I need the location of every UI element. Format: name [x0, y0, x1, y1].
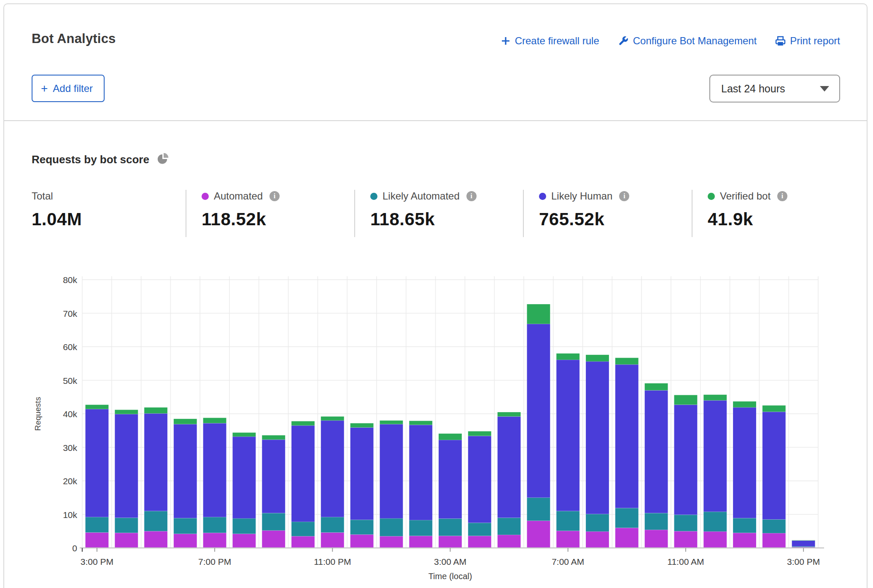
verified-bot-dot: [708, 193, 715, 200]
stat-likely-automated-label: Likely Automated: [383, 190, 460, 202]
svg-text:3:00 AM: 3:00 AM: [434, 557, 466, 566]
svg-text:30k: 30k: [63, 443, 77, 453]
stat-divider: [692, 190, 692, 237]
stat-likely-human-value: 765.52k: [539, 209, 629, 229]
svg-text:11:00 AM: 11:00 AM: [667, 557, 704, 566]
header-divider: [4, 120, 867, 121]
page-title: Bot Analytics: [32, 31, 116, 46]
stat-divider: [354, 190, 355, 237]
svg-text:3:00 PM: 3:00 PM: [787, 557, 820, 566]
svg-text:40k: 40k: [63, 409, 77, 419]
svg-text:20k: 20k: [63, 476, 77, 486]
chevron-down-icon: [820, 86, 829, 92]
print-report-link[interactable]: Print report: [775, 35, 840, 47]
stat-likely-human: Likely Human i 765.52k: [539, 189, 629, 229]
stat-likely-automated-value: 118.65k: [370, 209, 477, 229]
stat-automated-label: Automated: [214, 190, 263, 202]
wrench-icon: [618, 35, 629, 46]
info-icon[interactable]: i: [466, 191, 477, 201]
requests-by-bot-score-chart[interactable]: 010k20k30k40k50k60k70k80kRequests3:00 PM…: [0, 259, 873, 588]
svg-text:50k: 50k: [63, 376, 77, 386]
bot-analytics-page: Bot Analytics Create firewall rule Confi…: [0, 0, 873, 588]
svg-text:10k: 10k: [63, 510, 77, 520]
svg-text:7:00 AM: 7:00 AM: [552, 557, 584, 566]
add-filter-label: Add filter: [53, 83, 93, 94]
create-firewall-rule-label: Create firewall rule: [515, 35, 599, 47]
create-firewall-rule-link[interactable]: Create firewall rule: [501, 35, 599, 47]
configure-bot-management-label: Configure Bot Management: [633, 35, 757, 47]
stat-likely-human-label: Likely Human: [551, 190, 612, 202]
info-icon[interactable]: i: [777, 191, 787, 201]
svg-text:Requests: Requests: [33, 397, 42, 431]
info-icon[interactable]: i: [619, 191, 629, 201]
stat-likely-automated: Likely Automated i 118.65k: [370, 189, 477, 229]
stat-total-value: 1.04M: [32, 209, 82, 229]
svg-text:11:00 PM: 11:00 PM: [314, 557, 351, 566]
stat-divider: [186, 190, 186, 237]
time-range-value: Last 24 hours: [721, 83, 785, 95]
likely-automated-dot: [370, 193, 377, 200]
stat-divider: [523, 190, 524, 237]
print-report-label: Print report: [790, 35, 840, 47]
printer-icon: [775, 36, 786, 46]
configure-bot-management-link[interactable]: Configure Bot Management: [618, 35, 757, 47]
stat-automated-value: 118.52k: [202, 209, 280, 229]
svg-text:Time (local): Time (local): [428, 572, 472, 581]
header-actions: Create firewall rule Configure Bot Manag…: [501, 35, 840, 47]
add-filter-button[interactable]: + Add filter: [32, 75, 105, 102]
svg-text:60k: 60k: [63, 342, 77, 352]
stat-verified-bot-value: 41.9k: [708, 209, 787, 229]
time-range-select[interactable]: Last 24 hours: [709, 75, 840, 102]
stat-verified-bot: Verified bot i 41.9k: [708, 189, 787, 229]
stat-total: Total 1.04M: [32, 189, 82, 229]
info-icon[interactable]: i: [269, 191, 280, 201]
stat-verified-bot-label: Verified bot: [720, 190, 771, 202]
svg-text:70k: 70k: [63, 309, 77, 318]
svg-text:7:00 PM: 7:00 PM: [198, 557, 231, 566]
stat-automated: Automated i 118.52k: [202, 189, 280, 229]
section-title: Requests by bot score: [32, 153, 149, 166]
svg-text:3:00 PM: 3:00 PM: [81, 557, 113, 566]
stat-total-label: Total: [32, 190, 53, 202]
pie-chart-icon[interactable]: [157, 153, 169, 166]
plus-icon: [501, 36, 511, 46]
svg-text:80k: 80k: [63, 275, 77, 285]
automated-dot: [202, 193, 209, 200]
stats-row: Total 1.04M Automated i 118.52k Likely A…: [0, 189, 873, 242]
plus-icon: +: [41, 83, 48, 94]
svg-text:0: 0: [72, 543, 77, 553]
likely-human-dot: [539, 193, 546, 200]
